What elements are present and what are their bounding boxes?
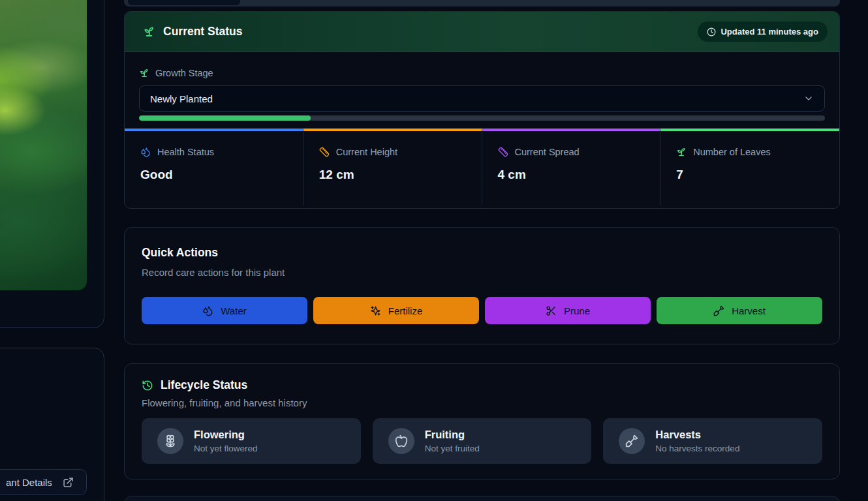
ruler-icon xyxy=(498,147,508,157)
growth-stage-label: Growth Stage xyxy=(155,68,213,78)
stat-value: 4 cm xyxy=(498,168,660,182)
active-tab-fragment[interactable] xyxy=(128,0,240,5)
growth-stage-block: Growth Stage Newly Planted xyxy=(125,52,839,121)
harvests-item: Harvests No harvests recorded xyxy=(603,418,822,464)
quick-actions-subtitle: Record care actions for this plant xyxy=(142,267,822,278)
harvest-button-label: Harvest xyxy=(732,305,766,316)
fruiting-item: Fruiting Not yet fruited xyxy=(373,418,592,464)
stat-value: 7 xyxy=(676,168,839,182)
fruiting-subtitle: Not yet fruited xyxy=(425,444,480,453)
fertilize-button[interactable]: Fertilize xyxy=(313,297,479,324)
chevron-down-icon xyxy=(803,93,814,104)
history-icon xyxy=(142,380,153,391)
water-button-label: Water xyxy=(221,305,246,316)
scissors-icon xyxy=(546,305,557,316)
flowering-subtitle: Not yet flowered xyxy=(194,444,258,453)
stat-label: Health Status xyxy=(157,147,214,157)
growth-stage-label-row: Growth Stage xyxy=(139,68,825,78)
sprout-icon xyxy=(676,147,687,157)
plant-details-label: ant Details xyxy=(6,477,52,488)
ruler-icon xyxy=(319,147,330,157)
harvests-subtitle: No harvests recorded xyxy=(655,444,739,453)
clock-icon xyxy=(707,27,716,37)
lifecycle-title-row: Lifecycle Status xyxy=(142,378,822,392)
apple-icon xyxy=(395,434,408,448)
lifecycle-subtitle: Flowering, fruiting, and harvest history xyxy=(142,397,822,408)
current-status-card: Current Status Updated 11 minutes ago Gr… xyxy=(124,11,840,209)
growth-progress-fill xyxy=(139,115,311,121)
stat-label: Number of Leaves xyxy=(693,147,770,157)
stat-label: Current Spread xyxy=(515,147,580,157)
quick-actions-buttons: Water Fertilize Prune Harvest xyxy=(142,297,822,324)
growth-stage-select[interactable]: Newly Planted xyxy=(139,85,825,112)
sparkles-icon xyxy=(370,305,381,316)
flowering-item: Flowering Not yet flowered xyxy=(142,418,361,464)
stat-health-status: Health Status Good xyxy=(125,129,303,205)
sprout-icon xyxy=(139,68,149,78)
fruiting-title: Fruiting xyxy=(425,429,480,441)
stat-value: Good xyxy=(140,168,303,182)
stats-row: Health Status Good Current Height 12 cm … xyxy=(125,129,839,205)
next-section-card-fragment xyxy=(124,496,840,501)
fertilize-button-label: Fertilize xyxy=(388,305,423,316)
updated-badge: Updated 11 minutes ago xyxy=(698,22,828,42)
harvest-button[interactable]: Harvest xyxy=(657,297,822,324)
quick-actions-title: Quick Actions xyxy=(142,246,822,260)
stat-current-spread: Current Spread 4 cm xyxy=(482,129,661,205)
plant-photo xyxy=(0,0,87,290)
stat-current-height: Current Height 12 cm xyxy=(303,129,482,205)
plant-details-button[interactable]: ant Details xyxy=(0,469,87,495)
current-status-title: Current Status xyxy=(163,25,243,38)
prune-button[interactable]: Prune xyxy=(485,297,651,324)
flower-icon xyxy=(164,434,177,448)
stat-label: Current Height xyxy=(336,147,397,157)
shovel-icon xyxy=(713,305,724,316)
growth-progress-track xyxy=(139,115,825,121)
lifecycle-title: Lifecycle Status xyxy=(161,378,247,392)
lifecycle-items: Flowering Not yet flowered Fruiting Not … xyxy=(142,418,822,464)
current-status-header: Current Status Updated 11 minutes ago xyxy=(125,12,839,52)
lifecycle-status-card: Lifecycle Status Flowering, fruiting, an… xyxy=(124,363,840,479)
sprout-icon xyxy=(143,25,155,38)
growth-stage-value: Newly Planted xyxy=(150,93,213,104)
stat-number-of-leaves: Number of Leaves 7 xyxy=(660,129,839,205)
tabs-bar-fragment xyxy=(124,0,840,7)
droplets-icon xyxy=(202,305,213,316)
prune-button-label: Prune xyxy=(564,305,590,316)
flowering-title: Flowering xyxy=(194,429,258,441)
droplets-icon xyxy=(140,147,151,157)
stat-value: 12 cm xyxy=(319,168,482,182)
external-link-icon xyxy=(63,477,74,488)
shovel-icon xyxy=(625,434,638,448)
water-button[interactable]: Water xyxy=(142,297,307,324)
harvests-title: Harvests xyxy=(655,429,739,441)
updated-badge-label: Updated 11 minutes ago xyxy=(721,27,818,37)
quick-actions-card: Quick Actions Record care actions for th… xyxy=(124,227,840,344)
